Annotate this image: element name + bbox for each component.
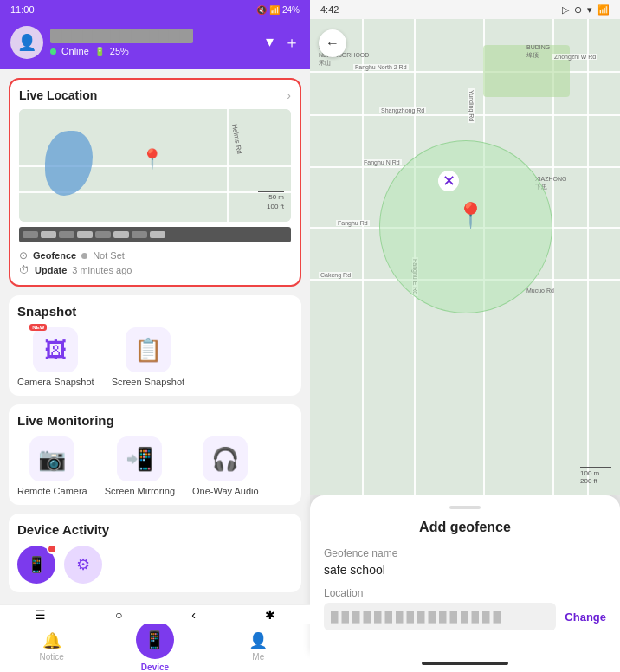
road-label-fanghu-n: Fanghu N Rd [362, 159, 402, 165]
map-preview[interactable]: Helms Rd 📍 50 m 100 ft [19, 109, 291, 222]
live-location-title: Live Location [19, 88, 97, 102]
road-v-right [587, 19, 589, 495]
live-location-arrow[interactable]: › [287, 88, 291, 102]
notice-label: Notice [39, 652, 63, 662]
play-icon: ▷ [562, 4, 569, 16]
me-label: Me [252, 652, 264, 662]
one-way-audio-icon-wrap: 🎧 [203, 436, 248, 481]
screen-mirroring-label: Screen Mirroring [105, 486, 175, 496]
right-status-icons: ▷ ⊖ ▾ 📶 [562, 4, 610, 16]
user-info: ██████████████ Online 🔋 25% [50, 29, 193, 56]
dropdown-icon[interactable]: ▾ [266, 32, 274, 53]
location-input-blurred[interactable]: ████████████████ [324, 603, 556, 630]
road-label-fanghu: Fanghu Rd [336, 220, 370, 226]
scale-text: 100 m [580, 469, 599, 477]
road-v1 [362, 19, 364, 495]
monitoring-grid: 📷 Remote Camera 📲 Screen Mirroring 🎧 One… [17, 436, 293, 496]
road-shangzhong [310, 114, 620, 116]
update-time: 3 minutes ago [72, 265, 132, 275]
header-actions: ▾ ＋ [266, 32, 300, 53]
nav-me[interactable]: 👤 Me [207, 631, 310, 662]
wifi-icon: ▾ [587, 4, 592, 16]
device-activity-icon2: ⚙ [64, 546, 102, 584]
camera-snapshot-icon: 🖼 [44, 337, 67, 364]
map-road-label: Helms Rd [230, 123, 243, 154]
map-back-button[interactable]: ← [319, 29, 346, 57]
left-panel: 11:00 🔇 📶 24% 👤 ██████████████ Online 🔋 … [0, 0, 310, 672]
scale-text2: 200 ft [580, 477, 597, 485]
card-meta: ⊙ Geofence Not Set ⏱ Update 3 minutes ag… [19, 249, 291, 276]
geofence-status: Not Set [93, 250, 125, 261]
camera-snapshot-item[interactable]: NEW 🖼 Camera Snapshot [17, 327, 94, 387]
activity-badge [47, 544, 57, 554]
back-icon[interactable]: ‹ [191, 608, 196, 622]
live-monitoring-title: Live Monitoring [17, 413, 293, 428]
timeline-dot [150, 231, 165, 238]
map-timeline[interactable] [19, 227, 291, 242]
camera-snapshot-label: Camera Snapshot [17, 377, 94, 387]
geofence-name-field: Geofence name safe school [324, 547, 606, 577]
screen-mirroring-item[interactable]: 📲 Screen Mirroring [105, 436, 175, 496]
remote-camera-item[interactable]: 📷 Remote Camera [17, 436, 87, 496]
update-row: ⏱ Update 3 minutes ago [19, 264, 291, 276]
add-icon[interactable]: ＋ [284, 32, 300, 53]
geofence-name-label: Geofence name [324, 547, 606, 559]
one-way-audio-item[interactable]: 🎧 One-Way Audio [192, 436, 259, 496]
me-icon: 👤 [249, 631, 268, 650]
screen-snapshot-item[interactable]: 📋 Screen Snapshot [112, 327, 184, 387]
map-fullview[interactable]: Fanghu North 2 Rd Shangzhong Rd Fanghu N… [310, 19, 620, 495]
area-label-buding: BUDING埠顶 [526, 43, 550, 59]
sheet-title: Add geofence [324, 520, 606, 535]
remote-camera-label: Remote Camera [17, 486, 87, 496]
timeline-dot [77, 231, 93, 238]
timeline-dot [113, 231, 129, 238]
map-scale-bar [258, 191, 284, 192]
change-button[interactable]: Change [565, 611, 606, 624]
wifi-signal-icon: 📶 [269, 5, 280, 15]
user-status: Online 🔋 25% [50, 46, 193, 56]
sheet-handle [449, 506, 481, 509]
user-name: ██████████████ [50, 29, 193, 43]
blurred-text: ████████████████ [331, 611, 504, 623]
home-indicator [422, 662, 508, 665]
signal-icon: 📶 [597, 4, 610, 16]
accessibility-icon[interactable]: ✱ [265, 608, 275, 622]
screen-mirroring-icon: 📲 [126, 446, 153, 473]
header-left: 👤 ██████████████ Online 🔋 25% [10, 26, 193, 59]
remote-camera-icon: 📷 [38, 446, 66, 473]
map-terrain-blob [45, 131, 93, 196]
right-time: 4:42 [320, 4, 339, 15]
bottom-nav: ☰ ○ ‹ ✱ 🔔 Notice 📱 Device 👤 Me [0, 624, 310, 672]
nav-device[interactable]: 📱 Device [103, 621, 206, 672]
screen-mirroring-icon-wrap: 📲 [117, 436, 162, 481]
not-set-dot [81, 253, 87, 259]
map-location-pin: 📍 [140, 148, 164, 171]
remote-camera-icon-wrap: 📷 [29, 436, 74, 481]
battery-icon: 🔋 [94, 47, 105, 56]
map-scale: 50 m 100 ft [258, 191, 284, 211]
map-full-background: Fanghu North 2 Rd Shangzhong Rd Fanghu N… [310, 19, 620, 495]
menu-icon[interactable]: ☰ [35, 608, 46, 622]
new-badge: NEW [29, 324, 47, 331]
snapshot-card: Snapshot NEW 🖼 Camera Snapshot 📋 Screen … [9, 295, 301, 396]
status-icons: 🔇 📶 24% [256, 5, 300, 15]
nav-notice[interactable]: 🔔 Notice [0, 631, 103, 662]
minus-circle-icon: ⊖ [574, 4, 582, 16]
poi-marker: ✕ [438, 171, 459, 191]
geofence-bottom-sheet: Add geofence Geofence name safe school L… [310, 495, 620, 655]
device-activity-preview: 📱 ⚙ [17, 546, 293, 584]
screen-snapshot-icon-wrap: 📋 [126, 327, 171, 372]
scale-bar [580, 467, 611, 468]
location-label: Location [324, 587, 606, 599]
road-label-zhongzhi: Zhongzhi W Rd [552, 54, 597, 60]
home-icon[interactable]: ○ [115, 608, 122, 622]
avatar: 👤 [10, 26, 43, 59]
geofence-name-value[interactable]: safe school [324, 563, 606, 577]
location-field: Location ████████████████ Change [324, 587, 606, 630]
status-bar-left: 11:00 🔇 📶 24% [0, 0, 310, 19]
notice-icon: 🔔 [42, 631, 61, 650]
live-location-card[interactable]: Live Location › Helms Rd 📍 [9, 78, 301, 287]
geofence-row: ⊙ Geofence Not Set [19, 249, 291, 262]
camera-snapshot-icon-wrap: NEW 🖼 [33, 327, 78, 372]
live-location-header: Live Location › [19, 88, 291, 102]
